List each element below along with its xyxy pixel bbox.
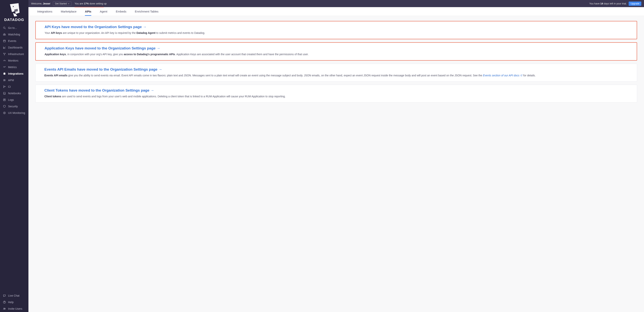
branch-icon — [3, 85, 6, 89]
sidebar-item-ux-monitoring[interactable]: UX Monitoring — [0, 110, 28, 116]
nav-label: Go to... — [8, 26, 17, 30]
setup-progress-text: You are 17% done setting up — [74, 2, 107, 5]
sidebar-item-apm[interactable]: APM — [0, 77, 28, 84]
sidebar-item-monitors[interactable]: Monitors — [0, 57, 28, 64]
sidebar-footer-invite-users[interactable]: Invite Users — [0, 305, 28, 312]
desc-post: to submit metrics and events to Datadog. — [156, 31, 205, 35]
card-description: Events API emails give you the ability t… — [44, 74, 628, 78]
desc-pre: Your — [44, 31, 51, 35]
nav-label: Metrics — [8, 66, 17, 69]
desc-mid: , in conjunction with your org's API key… — [66, 53, 124, 56]
sidebar-item-metrics[interactable]: Metrics — [0, 64, 28, 70]
welcome-name: Jesse — [43, 2, 50, 5]
tab-marketplace[interactable]: Marketplace — [56, 7, 81, 16]
arrow-right-icon: → — [151, 89, 154, 93]
sidebar-item-ci[interactable]: CI — [0, 84, 28, 90]
svg-point-9 — [4, 80, 5, 81]
card-1: Application Keys have moved to the Organ… — [35, 42, 637, 61]
nav-label: Monitors — [8, 59, 18, 62]
puzzle-icon — [3, 72, 6, 75]
search-icon — [3, 26, 6, 30]
tab-embeds[interactable]: Embeds — [112, 7, 131, 16]
card-3: Client Tokens have moved to the Organiza… — [35, 85, 637, 103]
external-link-icon — [520, 74, 522, 77]
sidebar-item-infrastructure[interactable]: Infrastructure — [0, 51, 28, 57]
setup-prefix: You are — [74, 2, 84, 5]
help-icon — [3, 300, 6, 304]
sidebar-item-dashboards[interactable]: Dashboards — [0, 44, 28, 51]
sliders-icon — [3, 79, 6, 82]
svg-point-2 — [3, 34, 4, 35]
svg-point-10 — [4, 81, 4, 81]
content: API Keys have moved to the Organization … — [28, 16, 644, 312]
sidebar-footer: Live ChatHelpInvite Users — [0, 292, 28, 312]
spark-icon — [3, 65, 6, 69]
nodes-icon — [3, 52, 6, 56]
chevron-down-icon — [68, 3, 69, 5]
datadog-logo-icon — [6, 2, 22, 17]
nav-label: Live Chat — [8, 294, 20, 297]
card-title-link[interactable]: API Keys have moved to the Organization … — [44, 25, 146, 29]
tab-integrations[interactable]: Integrations — [33, 7, 56, 16]
card-title-link[interactable]: Events API Emails have moved to the Orga… — [44, 67, 162, 72]
desc-bold-1: Application keys — [44, 53, 66, 56]
desc-post: for details. — [522, 74, 536, 77]
nav-label: Logs — [8, 98, 14, 101]
svg-rect-4 — [4, 40, 6, 42]
svg-point-18 — [4, 308, 4, 309]
sidebar-item-go-to-[interactable]: Go to... — [0, 25, 28, 31]
sidebar-footer-live-chat[interactable]: Live Chat — [0, 292, 28, 299]
sidebar-item-security[interactable]: Security — [0, 103, 28, 110]
tab-agent[interactable]: Agent — [96, 7, 112, 16]
trial-days: 14 — [600, 2, 603, 5]
get-started-button[interactable]: Get Started — [53, 2, 72, 6]
card-description: Application keys, in conjunction with yo… — [44, 52, 628, 56]
chat-icon — [3, 294, 6, 297]
svg-point-3 — [4, 34, 6, 35]
arrow-right-icon: → — [143, 25, 146, 29]
setup-pct: 17% — [84, 2, 89, 5]
binoculars-icon — [3, 33, 6, 36]
sidebar-item-events[interactable]: Events — [0, 38, 28, 44]
card-title-text: Events API Emails have moved to the Orga… — [44, 67, 157, 72]
card-description: Client tokens are used to send events an… — [44, 94, 628, 99]
svg-point-16 — [4, 113, 5, 113]
nav-label: APM — [8, 79, 14, 82]
sidebar-item-watchdog[interactable]: Watchdog — [0, 31, 28, 38]
nav-label: UX Monitoring — [8, 111, 25, 114]
sidebar-footer-help[interactable]: Help — [0, 299, 28, 305]
calendar-icon — [3, 39, 6, 43]
tab-enrichment-tables[interactable]: Enrichment Tables — [131, 7, 163, 16]
welcome-prefix: Welcome, — [31, 2, 43, 5]
tab-apis[interactable]: APIs — [81, 7, 96, 16]
shield-icon — [3, 105, 6, 108]
card-title-text: Client Tokens have moved to the Organiza… — [44, 88, 150, 93]
card-0: API Keys have moved to the Organization … — [35, 21, 637, 39]
desc-mid: are used to send events and logs from yo… — [61, 95, 286, 98]
users-icon — [3, 307, 6, 310]
nav-label: Infrastructure — [8, 53, 24, 56]
desc-bold-1: Client tokens — [44, 95, 61, 98]
nav-label: Notebooks — [8, 92, 21, 95]
welcome-text: Welcome, Jesse! — [31, 2, 50, 5]
desc-bold-2: Datadog Agent — [136, 31, 156, 35]
nav-label: Integrations — [8, 72, 24, 75]
svg-point-1 — [4, 27, 5, 29]
trial-text: You have 14 days left in your trial. — [589, 2, 627, 5]
svg-point-19 — [5, 308, 6, 309]
card-title-link[interactable]: Client Tokens have moved to the Organiza… — [44, 88, 154, 93]
card-description: Your API keys are unique to your organiz… — [44, 31, 628, 35]
sidebar-item-notebooks[interactable]: Notebooks — [0, 90, 28, 97]
nav-label: Events — [8, 40, 16, 43]
card-title-link[interactable]: Application Keys have moved to the Organ… — [44, 46, 160, 50]
desc-link[interactable]: Events section of our API docs — [483, 74, 522, 77]
upgrade-button[interactable]: Upgrade — [629, 2, 641, 6]
sidebar-item-integrations[interactable]: Integrations — [0, 70, 28, 77]
nav-label: Dashboards — [8, 46, 23, 49]
desc-bold-1: Events API emails — [44, 74, 68, 77]
main-area: Welcome, Jesse! Get Started You are 17% … — [28, 0, 644, 312]
sidebar-item-logs[interactable]: Logs — [0, 97, 28, 103]
tab-bar: IntegrationsMarketplaceAPIsAgentEmbedsEn… — [28, 7, 644, 16]
logo[interactable]: DATADOG — [0, 0, 28, 25]
setup-suffix: done setting up — [89, 2, 107, 5]
